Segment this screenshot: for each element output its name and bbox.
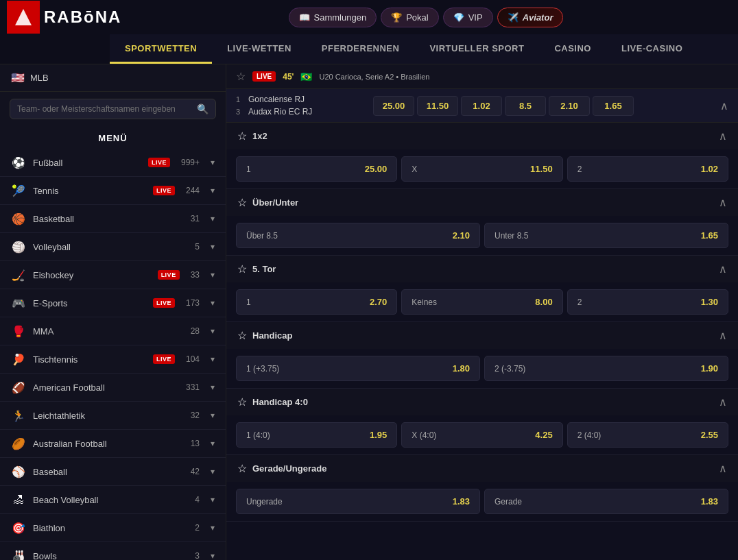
odds-1[interactable]: 25.00 [373,96,414,116]
section-gerade-ungerade-star-icon[interactable]: ☆ [237,462,247,475]
tab-pferderennen[interactable]: PFERDERENNEN [307,34,415,64]
nav-logo-spacer [0,34,110,64]
search-box[interactable]: 🔍 [10,99,216,119]
tennis-live-badge: LIVE [153,186,175,195]
fussball-count: 999+ [181,158,200,167]
tab-live-wetten[interactable]: LIVE-WETTEN [212,34,307,64]
section-5-tor-collapse-icon[interactable]: ∧ [719,263,727,276]
odds-3[interactable]: 1.02 [461,96,502,116]
bet-1x2-1[interactable]: 1 25.00 [236,156,397,182]
main-content: ☆ LIVE 45' 🇧🇷 U20 Carioca, Serie A2 • Br… [226,64,738,560]
section-ueber-unter-star-icon[interactable]: ☆ [237,196,247,209]
bet-h40-x[interactable]: X (4:0) 4.25 [401,422,562,448]
nav-aviator[interactable]: ✈️ Aviator [497,8,564,27]
section-1x2-title: 1x2 [252,131,267,141]
odds-2[interactable]: 11.50 [417,96,458,116]
bet-1x2-2[interactable]: 2 1.02 [567,156,728,182]
section-gerade-ungerade-header[interactable]: ☆ Gerade/Ungerade ∧ [226,455,738,482]
sidebar-item-beach-volleyball[interactable]: 🏖 Beach Volleyball 4 ▾ [0,486,226,514]
eishockey-label: Eishockey [33,270,151,280]
bet-gerade[interactable]: Gerade 1.83 [484,489,728,514]
bet-unter-8-5[interactable]: Unter 8.5 1.65 [484,223,728,248]
bet-handicap-2[interactable]: 2 (-3.75) 1.90 [484,356,728,381]
section-1x2-star-icon[interactable]: ☆ [237,130,247,143]
esports-count: 173 [186,298,200,308]
section-gerade-ungerade-options: Ungerade 1.83 Gerade 1.83 [226,482,738,521]
mma-count: 28 [191,326,200,336]
tennis-count: 244 [186,186,200,195]
odds-4[interactable]: 8.5 [505,96,546,116]
tab-live-casino[interactable]: LIVE-CASINO [606,34,698,64]
tischtennis-icon: 🏓 [11,352,26,367]
bowls-icon: 🎳 [11,548,26,560]
bet-5tor-2[interactable]: 2 1.30 [567,289,728,315]
sidebar-item-bowls[interactable]: 🎳 Bowls 3 ▾ [0,542,226,560]
australian-football-icon: 🏉 [11,436,26,451]
sidebar-item-tennis[interactable]: 🎾 Tennis LIVE 244 ▾ [0,177,226,205]
sidebar-item-eishockey[interactable]: 🏒 Eishockey LIVE 33 ▾ [0,261,226,289]
bet-handicap-1[interactable]: 1 (+3.75) 1.80 [236,356,480,381]
section-1x2-collapse-icon[interactable]: ∧ [719,130,727,143]
bet-ungerade[interactable]: Ungerade 1.83 [236,489,480,514]
tab-sportwetten[interactable]: SPORTWETTEN [110,34,212,64]
section-handicap: ☆ Handicap ∧ 1 (+3.75) 1.80 2 (-3.75) 1.… [226,322,738,389]
sidebar-item-volleyball[interactable]: 🏐 Volleyball 5 ▾ [0,233,226,261]
section-ueber-unter-header[interactable]: ☆ Über/Unter ∧ [226,189,738,216]
bet-h40-1[interactable]: 1 (4:0) 1.95 [236,422,397,448]
sidebar-item-mma[interactable]: 🥊 MMA 28 ▾ [0,317,226,345]
sidebar-item-fussball[interactable]: ⚽ Fußball LIVE 999+ ▾ [0,149,226,177]
sidebar-item-tischtennis[interactable]: 🏓 Tischtennis LIVE 104 ▾ [0,345,226,374]
section-handicap-40-header[interactable]: ☆ Handicap 4:0 ∧ [226,389,738,415]
section-handicap-star-icon[interactable]: ☆ [237,329,247,342]
sidebar-item-australian-football[interactable]: 🏉 Australian Football 13 ▾ [0,430,226,458]
sidebar-item-biathlon[interactable]: 🎯 Biathlon 2 ▾ [0,514,226,542]
section-gerade-ungerade-collapse-icon[interactable]: ∧ [719,462,727,475]
bet-1x2-x[interactable]: X 11.50 [401,156,562,182]
odds-5[interactable]: 2.10 [549,96,590,116]
baseball-icon: ⚾ [11,464,26,479]
mlb-header: 🇺🇸 MLB [0,64,226,92]
team1-num: 1 [236,95,244,104]
section-5-tor-star-icon[interactable]: ☆ [237,263,247,276]
section-handicap-40-collapse-icon[interactable]: ∧ [719,395,727,409]
bet-h40-2[interactable]: 2 (4:0) 2.55 [567,422,728,448]
bet-5tor-keines[interactable]: Keines 8.00 [401,289,562,315]
odds-cells: 25.00 11.50 1.02 8.5 2.10 1.65 [373,96,715,116]
sidebar-item-baseball[interactable]: ⚾ Baseball 42 ▾ [0,458,226,486]
biathlon-icon: 🎯 [11,520,26,535]
sidebar-item-esports[interactable]: 🎮 E-Sports LIVE 173 ▾ [0,289,226,317]
section-1x2-header[interactable]: ☆ 1x2 ∧ [226,123,738,149]
basketball-chevron-icon: ▾ [211,214,215,223]
odds-6[interactable]: 1.65 [593,96,634,116]
sidebar-item-basketball[interactable]: 🏀 Basketball 31 ▾ [0,205,226,233]
bet-5tor-1[interactable]: 1 2.70 [236,289,397,315]
nav-vip-label: VIP [468,12,483,23]
fussball-icon: ⚽ [11,155,26,170]
tab-virtueller-sport[interactable]: VIRTUELLER SPORT [414,34,539,64]
favorite-star-icon[interactable]: ☆ [236,70,246,83]
australian-football-label: Australian Football [33,439,180,449]
sidebar-item-american-football[interactable]: 🏈 American Football 331 ▾ [0,374,226,402]
search-input[interactable] [17,104,191,114]
sidebar-item-leichtathletik[interactable]: 🏃 Leichtathletik 32 ▾ [0,402,226,430]
section-5-tor-header[interactable]: ☆ 5. Tor ∧ [226,256,738,282]
nav-vip[interactable]: 💎 VIP [443,8,493,27]
tischtennis-live-badge: LIVE [153,354,175,364]
american-football-icon: 🏈 [11,380,26,395]
nav-sammlungen[interactable]: 📖 Sammlungen [289,8,377,27]
bet-ueber-8-5[interactable]: Über 8.5 2.10 [236,223,480,248]
nav-pokal[interactable]: 🏆 Pokal [381,8,439,27]
tischtennis-chevron-icon: ▾ [211,354,215,364]
section-handicap-collapse-icon[interactable]: ∧ [719,329,727,342]
beach-volleyball-icon: 🏖 [11,492,26,507]
section-5-tor: ☆ 5. Tor ∧ 1 2.70 Keines 8.00 2 1.30 [226,256,738,322]
section-handicap-40-star-icon[interactable]: ☆ [237,395,247,409]
section-ueber-unter-collapse-icon[interactable]: ∧ [719,196,727,209]
esports-label: E-Sports [33,298,146,308]
team1-line: 1 Goncalense RJ [236,93,373,106]
section-gerade-ungerade-title: Gerade/Ungerade [252,463,326,474]
expand-icon[interactable]: ∧ [720,99,728,112]
section-1x2-title-row: ☆ 1x2 [237,130,267,143]
section-handicap-header[interactable]: ☆ Handicap ∧ [226,322,738,349]
tab-casino[interactable]: CASINO [539,34,606,64]
